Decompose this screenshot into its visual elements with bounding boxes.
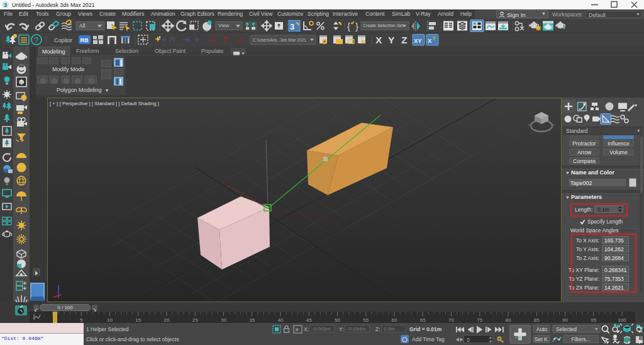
svg-text:X: X bbox=[375, 35, 382, 45]
svg-text:35: 35 bbox=[249, 317, 255, 323]
svg-text:Create Selection Set: Create Selection Set bbox=[363, 23, 403, 28]
svg-text:5: 5 bbox=[80, 317, 83, 323]
svg-text:30: 30 bbox=[221, 317, 226, 323]
svg-text:Y: Y bbox=[388, 35, 395, 45]
svg-text:70: 70 bbox=[448, 317, 454, 323]
svg-text:80: 80 bbox=[506, 317, 511, 323]
svg-text:View: View bbox=[218, 23, 229, 28]
svg-text:90: 90 bbox=[562, 317, 568, 323]
svg-text:10: 10 bbox=[107, 317, 113, 323]
svg-text:{: { bbox=[347, 21, 350, 31]
svg-text:100: 100 bbox=[618, 317, 626, 323]
svg-text:55: 55 bbox=[363, 317, 369, 323]
svg-text:All: All bbox=[79, 23, 86, 29]
svg-text:95: 95 bbox=[591, 317, 596, 323]
svg-text:RB: RB bbox=[80, 37, 89, 43]
svg-text:Copitor: Copitor bbox=[54, 37, 72, 43]
svg-text:40: 40 bbox=[278, 317, 284, 323]
svg-text:60: 60 bbox=[392, 317, 397, 323]
svg-text:Z: Z bbox=[401, 35, 408, 45]
svg-text:X: X bbox=[428, 37, 432, 44]
svg-text:3: 3 bbox=[290, 22, 294, 31]
svg-text:}: } bbox=[355, 21, 358, 31]
svg-text:?: ? bbox=[35, 36, 39, 45]
svg-text:50: 50 bbox=[335, 317, 340, 323]
svg-text:85: 85 bbox=[534, 317, 540, 323]
svg-text:75: 75 bbox=[477, 317, 482, 323]
svg-text:65: 65 bbox=[420, 317, 426, 323]
svg-text:20: 20 bbox=[164, 317, 170, 323]
svg-text:25: 25 bbox=[192, 317, 198, 323]
svg-text:45: 45 bbox=[306, 317, 312, 323]
svg-text:15: 15 bbox=[135, 317, 141, 323]
svg-text:XY: XY bbox=[414, 37, 422, 44]
svg-text:?: ? bbox=[432, 35, 436, 42]
svg-text:3: 3 bbox=[4, 2, 7, 8]
svg-text:C:\Users\Ara...3ds Max 2021: C:\Users\Ara...3ds Max 2021 bbox=[253, 38, 306, 42]
